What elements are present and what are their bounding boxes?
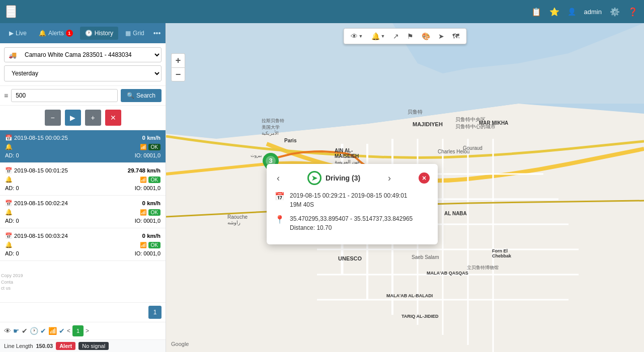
date-select[interactable]: Yesterday Today This Week Last Week Cust… — [4, 65, 162, 81]
star-icon[interactable]: ⭐ — [549, 7, 559, 17]
tab-grid-label: Grid — [133, 30, 144, 37]
popup-card: ‹ ➤ Driving (3) › × 📅 2019-08-15 00:29:2… — [267, 164, 438, 244]
io-value: IO: 0001,0 — [135, 152, 160, 158]
copy-text: Copy 2019 — [1, 273, 23, 279]
palette-tool-button[interactable]: 🎨 — [419, 31, 433, 42]
search-button-label: Search — [136, 92, 155, 99]
tab-alerts[interactable]: 🔔 Alerts 1 — [34, 27, 78, 40]
check-filter-icon[interactable]: ✔ — [22, 327, 28, 335]
calendar-icon: 📅 — [5, 200, 12, 207]
city-unesco: UNESCO — [338, 255, 362, 261]
playback-controls: − ▶ + ✕ — [0, 106, 166, 130]
bell-icon: 🔔 — [5, 241, 13, 248]
checkmark3-icon[interactable]: ✔ — [59, 327, 65, 335]
flag-tool-button[interactable]: ⚑ — [405, 31, 416, 42]
cursor-filter-icon[interactable]: ☛ — [13, 327, 20, 335]
cursor-tool-button[interactable]: ↗ — [390, 31, 401, 42]
bell-tool-icon: 🔔 — [371, 32, 380, 40]
signal-status: 📶 OK — [140, 177, 160, 183]
google-watermark: Google — [171, 341, 189, 347]
filter-prev[interactable]: < — [67, 327, 70, 334]
city-paris: Paris — [284, 138, 296, 143]
settings-icon[interactable]: ⚙️ — [610, 7, 620, 17]
filter-page-btn[interactable]: 1 — [72, 325, 84, 336]
timestamp-text: 2019-08-15 00:02:24 — [14, 200, 68, 206]
distance-value: 10.70 — [316, 224, 332, 231]
ad-value: AD: 0 — [5, 185, 19, 191]
status-bar: Line Length 150.03 Alert No signal — [0, 339, 166, 352]
forward-button[interactable]: + — [85, 110, 101, 126]
play-button[interactable]: ▶ — [65, 110, 81, 126]
timestamp-text: 2019-08-15 00:01:25 — [14, 167, 68, 173]
tab-history[interactable]: 🕐 History — [80, 27, 118, 40]
main-area: ▶ Live 🔔 Alerts 1 🕐 History ▦ Grid ••• 🚚 — [0, 23, 644, 352]
hamburger-button[interactable]: ☰ — [6, 5, 16, 18]
io-value: IO: 0001,0 — [135, 218, 160, 224]
checkmark2-icon[interactable]: ✔ — [40, 327, 46, 335]
bell-tab-icon: 🔔 — [39, 30, 46, 37]
popup-header: ‹ ➤ Driving (3) › × — [275, 171, 430, 185]
city-majidiyeh: MAJIDIYEH — [413, 121, 443, 127]
layer-icon: 🗺 — [452, 32, 459, 40]
map-toolbar: 👁 ▼ 🔔 ▼ ↗ ⚑ 🎨 ➤ 🗺 — [344, 28, 467, 44]
tab-more-icon[interactable]: ••• — [153, 29, 161, 37]
city-ain: AIN AL-MAISEIEHعين المريسة — [335, 148, 360, 164]
tab-grid[interactable]: ▦ Grid — [120, 27, 149, 40]
limit-input[interactable] — [11, 89, 118, 102]
zoom-out-button[interactable]: − — [171, 67, 185, 81]
device-selector: 🚚 Camaro White Cama 283501 - 4483034 Yes… — [0, 43, 166, 86]
popup-time-range: 2019-08-15 00:29:21 - 2019-08-15 00:49:0… — [290, 191, 408, 200]
search-button[interactable]: 🔍 Search — [121, 89, 162, 102]
track-timestamp: 📅 2019-08-15 00:03:24 — [5, 232, 68, 239]
ok-badge: OK — [148, 144, 160, 150]
clipboard-icon[interactable]: 📋 — [531, 7, 541, 17]
city-beirut-cn: 贝鲁特 — [408, 109, 423, 116]
track-speed: 29.748 km/h — [128, 167, 160, 173]
track-item[interactable]: 📅 2019-08-15 00:03:24 0 km/h 🔔 📶 OK AD: … — [0, 228, 166, 261]
stop-button[interactable]: ✕ — [105, 110, 121, 126]
list-view-icon[interactable]: ≡ — [4, 92, 8, 100]
tab-alerts-label: Alerts — [48, 30, 64, 37]
track-item[interactable]: 📅 2019-08-15 00:02:24 0 km/h 🔔 📶 OK AD: … — [0, 196, 166, 228]
clock-filter-icon[interactable]: 🕐 — [30, 327, 38, 335]
history-icon: 🕐 — [85, 30, 93, 37]
popup-prev-button[interactable]: ‹ — [275, 173, 282, 184]
ad-value: AD: 0 — [5, 152, 19, 158]
flag-icon: ⚑ — [407, 32, 414, 40]
distance-label: Distance: — [290, 224, 315, 231]
city-usa-univ-cn: 拉斯贝鲁特美国大学الأمريكية — [262, 118, 284, 136]
eye-caret: ▼ — [359, 34, 363, 39]
popup-coords-text: 35.470295,33.895407 - 35.514737,33.84296… — [290, 214, 413, 232]
popup-close-button[interactable]: × — [419, 172, 430, 184]
track-item[interactable]: 📅 2019-08-15 00:01:25 29.748 km/h 🔔 📶 OK… — [0, 163, 166, 196]
timestamp-text: 2019-08-15 00:00:25 — [14, 135, 68, 141]
signal-icon: 📶 — [140, 177, 147, 183]
tab-live[interactable]: ▶ Live — [4, 27, 32, 40]
filter-row: 👁 ☛ ✔ 🕐 ✔ 📶 ✔ < 1 > — [0, 322, 166, 339]
help-icon[interactable]: ❓ — [628, 7, 638, 17]
device-select[interactable]: Camaro White Cama 283501 - 4483034 — [21, 48, 161, 62]
page-1-button[interactable]: 1 — [148, 306, 162, 319]
eye-filter-icon[interactable]: 👁 — [4, 327, 11, 335]
tab-live-label: Live — [16, 30, 27, 37]
popup-time-text: 2019-08-15 00:29:21 - 2019-08-15 00:49:0… — [290, 191, 408, 209]
contact-text: Contact us — [1, 279, 23, 292]
filter-next[interactable]: > — [86, 327, 89, 334]
popup-next-button[interactable]: › — [386, 173, 393, 184]
signal-icon: 📶 — [140, 242, 147, 248]
eye-tool-button[interactable]: 👁 ▼ — [348, 31, 366, 42]
calendar-icon: 📅 — [5, 134, 12, 141]
signal-filter-icon[interactable]: 📶 — [48, 327, 57, 335]
track-item[interactable]: 📅 2019-08-15 00:00:25 0 km/h 🔔 📶 OK AD: … — [0, 130, 166, 163]
bell-tool-button[interactable]: 🔔 ▼ — [369, 31, 388, 42]
layer-tool-button[interactable]: 🗺 — [450, 31, 462, 42]
nav-tool-button[interactable]: ➤ — [436, 31, 447, 42]
track-speed: 0 km/h — [142, 135, 160, 141]
track-timestamp: 📅 2019-08-15 00:00:25 — [5, 134, 68, 141]
track-speed: 0 km/h — [142, 200, 160, 206]
zoom-in-button[interactable]: + — [171, 53, 185, 67]
signal-icon: 📶 — [140, 209, 147, 216]
city-gouraud: Gouraud — [463, 145, 482, 151]
rewind-button[interactable]: − — [45, 110, 61, 126]
popup-distance: Distance: 10.70 — [290, 223, 413, 232]
